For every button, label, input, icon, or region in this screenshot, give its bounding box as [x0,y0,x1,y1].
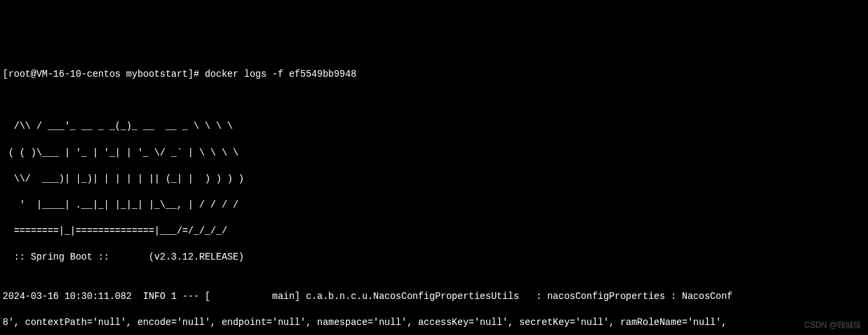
spring-banner-line: \\/ ___)| |_)| | | | | || (_| | ) ) ) ) [3,173,865,186]
spring-banner-line: ( ( )\___ | '_ | '_| | '_ \/ _` | \ \ \ … [3,147,865,160]
spring-banner-line: /\\ / ___'_ __ _ _(_)_ __ __ _ \ \ \ \ [3,120,865,133]
watermark-text: CSDN @颐城猿 [804,320,861,331]
spring-boot-version: :: Spring Boot :: (v2.3.12.RELEASE) [3,251,865,264]
log-line: 2024-03-16 10:30:11.082 INFO 1 --- [ mai… [3,290,865,304]
spring-banner-line: ========|_|==============|___/=/_/_/_/ [3,225,865,238]
log-line: 8', contextPath='null', encode='null', e… [3,316,865,330]
spring-banner-line: ' |____| .__|_| |_|_| |_\__, | / / / / [3,199,865,212]
command-prompt: [root@VM-16-10-centos mybootstart]# dock… [3,68,865,81]
terminal-output[interactable]: [root@VM-16-10-centos mybootstart]# dock… [3,55,865,335]
